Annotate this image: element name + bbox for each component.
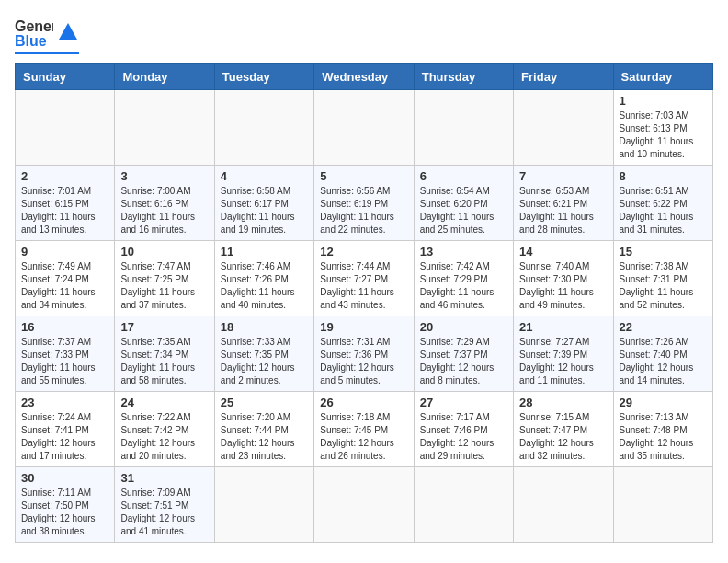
calendar-cell: [314, 90, 414, 166]
calendar-cell: [16, 90, 115, 166]
day-number: 8: [620, 169, 707, 183]
calendar-week-2: 9Sunrise: 7:49 AM Sunset: 7:24 PM Daylig…: [16, 241, 713, 316]
day-number: 3: [120, 169, 208, 183]
calendar-week-3: 16Sunrise: 7:37 AM Sunset: 7:33 PM Dayli…: [16, 316, 713, 392]
calendar-cell: 7Sunrise: 6:53 AM Sunset: 6:21 PM Daylig…: [514, 166, 613, 241]
day-info: Sunrise: 7:01 AM Sunset: 6:15 PM Dayligh…: [21, 185, 108, 236]
calendar-cell: 28Sunrise: 7:15 AM Sunset: 7:47 PM Dayli…: [514, 392, 613, 467]
calendar-cell: 9Sunrise: 7:49 AM Sunset: 7:24 PM Daylig…: [16, 241, 115, 316]
header-thursday: Thursday: [414, 64, 513, 90]
day-info: Sunrise: 6:54 AM Sunset: 6:20 PM Dayligh…: [420, 185, 507, 236]
calendar-cell: 18Sunrise: 7:33 AM Sunset: 7:35 PM Dayli…: [214, 316, 313, 392]
day-info: Sunrise: 7:20 AM Sunset: 7:44 PM Dayligh…: [221, 411, 308, 463]
page-header: General Blue: [15, 15, 713, 54]
calendar-cell: 23Sunrise: 7:24 AM Sunset: 7:41 PM Dayli…: [16, 392, 115, 467]
day-number: 26: [320, 396, 407, 409]
day-number: 20: [420, 320, 507, 334]
day-number: 23: [21, 396, 108, 409]
calendar-cell: 25Sunrise: 7:20 AM Sunset: 7:44 PM Dayli…: [214, 392, 313, 467]
calendar-cell: 12Sunrise: 7:44 AM Sunset: 7:27 PM Dayli…: [314, 241, 414, 316]
day-number: 22: [620, 320, 707, 334]
header-wednesday: Wednesday: [314, 64, 414, 90]
day-info: Sunrise: 7:24 AM Sunset: 7:41 PM Dayligh…: [21, 411, 108, 463]
day-number: 13: [420, 245, 507, 259]
day-info: Sunrise: 7:03 AM Sunset: 6:13 PM Dayligh…: [620, 109, 707, 161]
calendar-cell: 29Sunrise: 7:13 AM Sunset: 7:48 PM Dayli…: [613, 392, 712, 467]
calendar-cell: 15Sunrise: 7:38 AM Sunset: 7:31 PM Dayli…: [613, 241, 712, 316]
day-number: 29: [620, 396, 707, 409]
day-number: 5: [320, 169, 407, 183]
day-info: Sunrise: 7:42 AM Sunset: 7:29 PM Dayligh…: [420, 260, 507, 312]
day-info: Sunrise: 6:56 AM Sunset: 6:19 PM Dayligh…: [320, 185, 407, 236]
day-number: 18: [221, 320, 308, 334]
day-info: Sunrise: 7:00 AM Sunset: 6:16 PM Dayligh…: [120, 185, 208, 236]
calendar-cell: [214, 90, 313, 166]
calendar-cell: 17Sunrise: 7:35 AM Sunset: 7:34 PM Dayli…: [115, 316, 214, 392]
day-number: 19: [320, 320, 407, 334]
calendar-cell: 6Sunrise: 6:54 AM Sunset: 6:20 PM Daylig…: [414, 166, 513, 241]
day-number: 4: [221, 169, 308, 183]
calendar-cell: 16Sunrise: 7:37 AM Sunset: 7:33 PM Dayli…: [16, 316, 115, 392]
calendar-cell: 11Sunrise: 7:46 AM Sunset: 7:26 PM Dayli…: [214, 241, 313, 316]
calendar-week-1: 2Sunrise: 7:01 AM Sunset: 6:15 PM Daylig…: [16, 166, 713, 241]
day-info: Sunrise: 7:31 AM Sunset: 7:36 PM Dayligh…: [320, 336, 407, 387]
svg-text:General: General: [15, 18, 53, 34]
day-number: 6: [420, 169, 507, 183]
calendar-cell: 3Sunrise: 7:00 AM Sunset: 6:16 PM Daylig…: [115, 166, 214, 241]
calendar-week-5: 30Sunrise: 7:11 AM Sunset: 7:50 PM Dayli…: [16, 467, 713, 543]
day-info: Sunrise: 7:33 AM Sunset: 7:35 PM Dayligh…: [221, 336, 308, 387]
calendar-cell: [514, 467, 613, 543]
day-number: 31: [120, 471, 208, 485]
calendar-cell: 30Sunrise: 7:11 AM Sunset: 7:50 PM Dayli…: [16, 467, 115, 543]
day-number: 30: [21, 471, 108, 485]
day-number: 1: [620, 94, 707, 108]
calendar-cell: 19Sunrise: 7:31 AM Sunset: 7:36 PM Dayli…: [314, 316, 414, 392]
header-friday: Friday: [514, 64, 613, 90]
calendar-cell: 14Sunrise: 7:40 AM Sunset: 7:30 PM Dayli…: [514, 241, 613, 316]
header-sunday: Sunday: [16, 64, 115, 90]
calendar-cell: [414, 90, 513, 166]
calendar-cell: 24Sunrise: 7:22 AM Sunset: 7:42 PM Dayli…: [115, 392, 214, 467]
calendar-cell: 8Sunrise: 6:51 AM Sunset: 6:22 PM Daylig…: [613, 166, 712, 241]
header-saturday: Saturday: [613, 64, 712, 90]
day-info: Sunrise: 7:18 AM Sunset: 7:45 PM Dayligh…: [320, 411, 407, 463]
svg-marker-2: [59, 23, 77, 40]
day-number: 28: [519, 396, 607, 409]
day-info: Sunrise: 7:11 AM Sunset: 7:50 PM Dayligh…: [21, 487, 108, 538]
calendar-cell: [214, 467, 313, 543]
day-info: Sunrise: 7:35 AM Sunset: 7:34 PM Dayligh…: [120, 336, 208, 387]
day-number: 10: [120, 245, 208, 259]
calendar-cell: 27Sunrise: 7:17 AM Sunset: 7:46 PM Dayli…: [414, 392, 513, 467]
day-info: Sunrise: 6:58 AM Sunset: 6:17 PM Dayligh…: [221, 185, 308, 236]
day-number: 25: [221, 396, 308, 409]
day-info: Sunrise: 7:47 AM Sunset: 7:25 PM Dayligh…: [120, 260, 208, 312]
calendar-cell: 20Sunrise: 7:29 AM Sunset: 7:37 PM Dayli…: [414, 316, 513, 392]
calendar-cell: [115, 90, 214, 166]
day-info: Sunrise: 6:51 AM Sunset: 6:22 PM Dayligh…: [620, 185, 707, 236]
day-info: Sunrise: 7:17 AM Sunset: 7:46 PM Dayligh…: [420, 411, 507, 463]
day-info: Sunrise: 7:22 AM Sunset: 7:42 PM Dayligh…: [120, 411, 208, 463]
day-number: 14: [519, 245, 607, 259]
day-info: Sunrise: 7:38 AM Sunset: 7:31 PM Dayligh…: [620, 260, 707, 312]
day-info: Sunrise: 7:13 AM Sunset: 7:48 PM Dayligh…: [620, 411, 707, 463]
day-number: 9: [21, 245, 108, 259]
day-info: Sunrise: 7:44 AM Sunset: 7:27 PM Dayligh…: [320, 260, 407, 312]
day-info: Sunrise: 7:29 AM Sunset: 7:37 PM Dayligh…: [420, 336, 507, 387]
calendar-week-4: 23Sunrise: 7:24 AM Sunset: 7:41 PM Dayli…: [16, 392, 713, 467]
calendar-cell: 21Sunrise: 7:27 AM Sunset: 7:39 PM Dayli…: [514, 316, 613, 392]
logo: General Blue: [15, 15, 79, 54]
day-number: 17: [120, 320, 208, 334]
day-info: Sunrise: 7:09 AM Sunset: 7:51 PM Dayligh…: [120, 487, 208, 538]
day-info: Sunrise: 7:46 AM Sunset: 7:26 PM Dayligh…: [221, 260, 308, 312]
day-info: Sunrise: 7:15 AM Sunset: 7:47 PM Dayligh…: [519, 411, 607, 463]
svg-text:Blue: Blue: [15, 33, 47, 49]
day-info: Sunrise: 7:40 AM Sunset: 7:30 PM Dayligh…: [519, 260, 607, 312]
logo-triangle-icon: [57, 21, 79, 43]
calendar-cell: 2Sunrise: 7:01 AM Sunset: 6:15 PM Daylig…: [16, 166, 115, 241]
header-tuesday: Tuesday: [214, 64, 313, 90]
day-info: Sunrise: 7:49 AM Sunset: 7:24 PM Dayligh…: [21, 260, 108, 312]
calendar-cell: 1Sunrise: 7:03 AM Sunset: 6:13 PM Daylig…: [613, 90, 712, 166]
logo-underline: [15, 52, 79, 54]
day-number: 21: [519, 320, 607, 334]
day-number: 2: [21, 169, 108, 183]
